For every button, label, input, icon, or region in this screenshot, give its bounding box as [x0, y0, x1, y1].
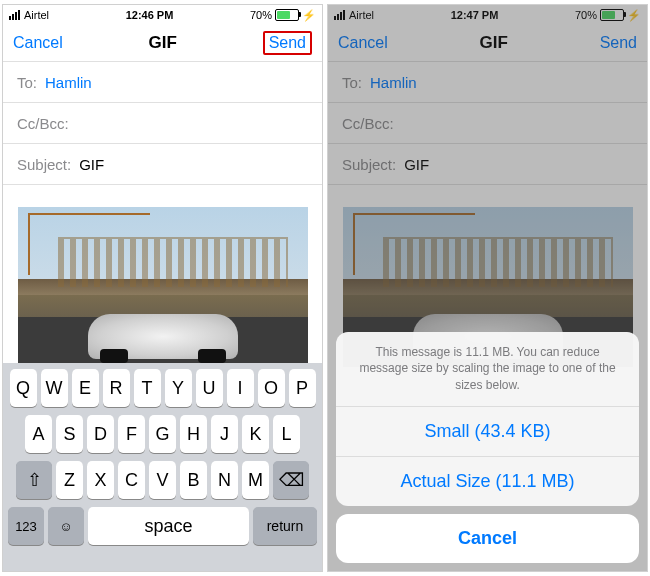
battery-icon	[275, 9, 299, 21]
to-field[interactable]: To: Hamlin	[3, 62, 322, 103]
to-value: Hamlin	[45, 74, 92, 91]
compose-navbar: Cancel GIF Send	[3, 25, 322, 61]
send-button[interactable]: Send	[263, 31, 312, 55]
to-label: To:	[17, 74, 37, 91]
key-c[interactable]: C	[118, 461, 145, 499]
status-time: 12:46 PM	[49, 9, 250, 21]
battery-pct: 70%	[250, 9, 272, 21]
compose-title: GIF	[149, 33, 177, 53]
key-h[interactable]: H	[180, 415, 207, 453]
key-p[interactable]: P	[289, 369, 316, 407]
sheet-cancel-button[interactable]: Cancel	[336, 514, 639, 563]
key-y[interactable]: Y	[165, 369, 192, 407]
key-w[interactable]: W	[41, 369, 68, 407]
key-m[interactable]: M	[242, 461, 269, 499]
key-l[interactable]: L	[273, 415, 300, 453]
key-n[interactable]: N	[211, 461, 238, 499]
key-a[interactable]: A	[25, 415, 52, 453]
key-u[interactable]: U	[196, 369, 223, 407]
key-row-4: 123 ☺ space return	[6, 507, 319, 545]
key-b[interactable]: B	[180, 461, 207, 499]
key-r[interactable]: R	[103, 369, 130, 407]
key-row-1: Q W E R T Y U I O P	[6, 369, 319, 407]
key-z[interactable]: Z	[56, 461, 83, 499]
key-k[interactable]: K	[242, 415, 269, 453]
carrier-label: Airtel	[24, 9, 49, 21]
attachment-preview[interactable]	[18, 207, 308, 367]
key-d[interactable]: D	[87, 415, 114, 453]
key-t[interactable]: T	[134, 369, 161, 407]
key-j[interactable]: J	[211, 415, 238, 453]
subject-label: Subject:	[17, 156, 71, 173]
key-i[interactable]: I	[227, 369, 254, 407]
key-x[interactable]: X	[87, 461, 114, 499]
charging-icon: ⚡	[302, 9, 316, 22]
key-q[interactable]: Q	[10, 369, 37, 407]
subject-value: GIF	[79, 156, 104, 173]
backspace-key[interactable]: ⌫	[273, 461, 309, 499]
size-option-actual[interactable]: Actual Size (11.1 MB)	[336, 457, 639, 506]
phone-compose: Airtel 12:46 PM 70% ⚡ Cancel GIF Send To…	[3, 5, 322, 571]
key-e[interactable]: E	[72, 369, 99, 407]
signal-icon	[9, 10, 20, 20]
key-f[interactable]: F	[118, 415, 145, 453]
emoji-key[interactable]: ☺	[48, 507, 84, 545]
sheet-message: This message is 11.1 MB. You can reduce …	[336, 332, 639, 407]
key-o[interactable]: O	[258, 369, 285, 407]
cancel-button[interactable]: Cancel	[13, 34, 63, 52]
return-key[interactable]: return	[253, 507, 317, 545]
message-body[interactable]	[3, 185, 322, 367]
key-row-2: A S D F G H J K L	[6, 415, 319, 453]
status-bar: Airtel 12:46 PM 70% ⚡	[3, 5, 322, 25]
key-s[interactable]: S	[56, 415, 83, 453]
key-row-3: ⇧ Z X C V B N M ⌫	[6, 461, 319, 499]
subject-field[interactable]: Subject: GIF	[3, 144, 322, 185]
phone-size-sheet: Airtel 12:47 PM 70% ⚡ Cancel GIF Send To…	[328, 5, 647, 571]
size-action-sheet: This message is 11.1 MB. You can reduce …	[336, 332, 639, 563]
key-v[interactable]: V	[149, 461, 176, 499]
ccbcc-field[interactable]: Cc/Bcc:	[3, 103, 322, 144]
space-key[interactable]: space	[88, 507, 249, 545]
key-g[interactable]: G	[149, 415, 176, 453]
numbers-key[interactable]: 123	[8, 507, 44, 545]
size-option-small[interactable]: Small (43.4 KB)	[336, 407, 639, 457]
shift-key[interactable]: ⇧	[16, 461, 52, 499]
keyboard: Q W E R T Y U I O P A S D F G H J K L ⇧ …	[3, 363, 322, 571]
ccbcc-label: Cc/Bcc:	[17, 115, 69, 132]
